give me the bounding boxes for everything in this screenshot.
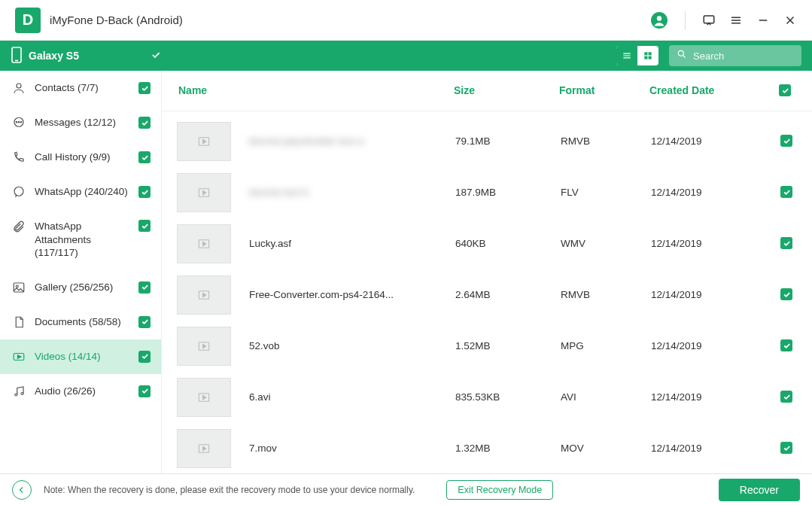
header-size[interactable]: Size bbox=[454, 84, 559, 96]
svg-rect-17 bbox=[649, 56, 652, 59]
recover-button[interactable]: Recover bbox=[719, 479, 800, 501]
file-format: FLV bbox=[561, 187, 651, 198]
video-thumbnail bbox=[177, 275, 231, 315]
sidebar-item-attachments[interactable]: WhatsApp Attachments (117/117) bbox=[0, 209, 161, 270]
svg-marker-37 bbox=[203, 242, 206, 245]
file-format: RMVB bbox=[561, 135, 651, 147]
sidebar-item-checkbox[interactable] bbox=[138, 220, 151, 232]
account-icon[interactable] bbox=[650, 11, 668, 29]
table-row[interactable]: blurred text b187.9MBFLV12/14/2019 bbox=[172, 167, 803, 218]
table-header: Name Size Format Created Date bbox=[162, 71, 812, 111]
back-button[interactable] bbox=[12, 480, 32, 500]
videos-icon bbox=[12, 350, 26, 364]
row-checkbox[interactable] bbox=[780, 135, 792, 147]
close-button[interactable] bbox=[783, 14, 797, 27]
file-name: Free-Converter.com-ps4-2164... bbox=[249, 289, 455, 300]
file-date: 12/14/2019 bbox=[651, 391, 756, 403]
svg-marker-39 bbox=[203, 293, 206, 297]
recovery-note: Note: When the recovery is done, please … bbox=[44, 485, 415, 495]
video-thumbnail bbox=[177, 173, 231, 212]
svg-marker-41 bbox=[203, 344, 206, 348]
sidebar-item-checkbox[interactable] bbox=[138, 281, 151, 294]
file-format: MOV bbox=[561, 443, 651, 454]
sidebar-item-checkbox[interactable] bbox=[138, 385, 151, 397]
search-icon bbox=[677, 49, 687, 62]
search-input[interactable] bbox=[693, 50, 794, 62]
feedback-icon[interactable] bbox=[702, 14, 716, 27]
sidebar-item-label: Audio (26/26) bbox=[35, 385, 129, 398]
row-checkbox[interactable] bbox=[780, 237, 792, 249]
file-format: AVI bbox=[561, 391, 651, 403]
sidebar-item-documents[interactable]: Documents (58/58) bbox=[0, 305, 161, 339]
sidebar-item-checkbox[interactable] bbox=[138, 351, 151, 363]
file-date: 12/14/2019 bbox=[651, 187, 756, 198]
svg-point-27 bbox=[16, 285, 18, 287]
table-row[interactable]: Free-Converter.com-ps4-2164...2.64MBRMVB… bbox=[172, 269, 803, 321]
row-checkbox[interactable] bbox=[780, 339, 792, 351]
sidebar-item-messages[interactable]: Messages (12/12) bbox=[0, 105, 161, 140]
grid-view-button[interactable] bbox=[637, 46, 658, 65]
sidebar-item-label: WhatsApp Attachments (117/117) bbox=[35, 220, 129, 260]
file-size: 1.32MB bbox=[455, 443, 561, 454]
table-row[interactable]: 7.mov1.32MBMOV12/14/2019 bbox=[172, 423, 803, 474]
file-format: WMV bbox=[561, 238, 651, 249]
row-checkbox[interactable] bbox=[780, 391, 792, 403]
footer-bar: Note: When the recovery is done, please … bbox=[0, 473, 812, 505]
file-date: 12/14/2019 bbox=[651, 443, 756, 454]
row-checkbox[interactable] bbox=[780, 442, 792, 454]
file-format: RMVB bbox=[561, 289, 651, 300]
header-format[interactable]: Format bbox=[559, 84, 649, 96]
sidebar-item-contacts[interactable]: Contacts (7/7) bbox=[0, 71, 161, 105]
sidebar-item-checkbox[interactable] bbox=[138, 82, 151, 94]
sidebar-item-checkbox[interactable] bbox=[138, 186, 151, 198]
sidebar-item-checkbox[interactable] bbox=[138, 316, 151, 328]
table-body[interactable]: blurred placeholder text a79.1MBRMVB12/1… bbox=[162, 111, 812, 474]
file-size: 640KB bbox=[455, 238, 561, 249]
video-thumbnail bbox=[177, 122, 231, 161]
sidebar-item-label: Gallery (256/256) bbox=[35, 281, 129, 294]
table-row[interactable]: 52.vob1.52MBMPG12/14/2019 bbox=[172, 321, 803, 372]
row-checkbox[interactable] bbox=[780, 288, 792, 300]
video-thumbnail bbox=[177, 327, 231, 366]
svg-point-30 bbox=[15, 394, 17, 396]
sidebar-item-checkbox[interactable] bbox=[138, 117, 151, 129]
header-name[interactable]: Name bbox=[175, 84, 454, 96]
svg-point-23 bbox=[18, 122, 20, 123]
table-row[interactable]: 6.avi835.53KBAVI12/14/2019 bbox=[172, 372, 803, 423]
list-view-button[interactable] bbox=[616, 46, 637, 65]
menu-icon[interactable] bbox=[729, 14, 743, 27]
video-thumbnail bbox=[177, 224, 231, 263]
svg-rect-15 bbox=[649, 52, 652, 55]
app-title: iMyFone D-Back (Android) bbox=[50, 14, 183, 26]
exit-recovery-button[interactable]: Exit Recovery Mode bbox=[446, 480, 553, 500]
sidebar-item-whatsapp[interactable]: WhatsApp (240/240) bbox=[0, 175, 161, 209]
messages-icon bbox=[12, 116, 26, 129]
documents-icon bbox=[12, 315, 26, 329]
row-checkbox[interactable] bbox=[780, 186, 792, 198]
sidebar-item-videos[interactable]: Videos (14/14) bbox=[0, 339, 161, 374]
minimize-button[interactable] bbox=[756, 14, 770, 27]
table-row[interactable]: Lucky.asf640KBWMV12/14/2019 bbox=[172, 218, 803, 269]
file-size: 835.53KB bbox=[455, 391, 561, 403]
svg-point-1 bbox=[657, 16, 661, 20]
sidebar-item-audio[interactable]: Audio (26/26) bbox=[0, 374, 161, 409]
phone-icon bbox=[11, 47, 23, 65]
file-size: 187.9MB bbox=[455, 187, 561, 198]
contacts-icon bbox=[12, 81, 26, 95]
sidebar: Contacts (7/7)Messages (12/12)Call Histo… bbox=[0, 71, 162, 473]
file-size: 1.52MB bbox=[455, 340, 561, 351]
select-all-checkbox[interactable] bbox=[779, 84, 791, 96]
sidebar-item-gallery[interactable]: Gallery (256/256) bbox=[0, 270, 161, 305]
table-row[interactable]: blurred placeholder text a79.1MBRMVB12/1… bbox=[172, 116, 803, 167]
sidebar-item-callhistory[interactable]: Call History (9/9) bbox=[0, 140, 161, 175]
search-box[interactable] bbox=[669, 45, 801, 66]
sidebar-item-checkbox[interactable] bbox=[138, 151, 151, 163]
audio-icon bbox=[12, 385, 26, 398]
svg-marker-43 bbox=[203, 395, 206, 399]
svg-marker-45 bbox=[203, 446, 206, 450]
svg-marker-35 bbox=[203, 190, 206, 194]
file-date: 12/14/2019 bbox=[651, 135, 756, 147]
svg-point-18 bbox=[678, 50, 683, 56]
svg-point-24 bbox=[20, 122, 22, 123]
header-date[interactable]: Created Date bbox=[649, 84, 755, 96]
